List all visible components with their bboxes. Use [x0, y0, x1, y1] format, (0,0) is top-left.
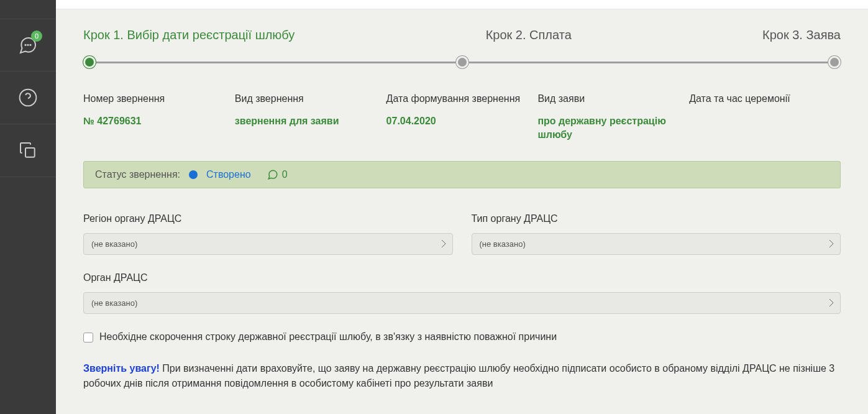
svg-point-1	[27, 44, 28, 45]
application-type-label: Вид заяви	[537, 93, 677, 104]
organ-select[interactable]: (не вказано)	[83, 292, 841, 314]
top-bar	[56, 0, 868, 9]
request-date-label: Дата формування звернення	[386, 93, 526, 104]
sidebar-help[interactable]	[0, 71, 56, 124]
info-row: Номер звернення № 42769631 Вид звернення…	[83, 93, 841, 142]
organ-label: Орган ДРАЦС	[83, 272, 841, 283]
main-content: Крок 1. Вибір дати реєстрації шлюбу Крок…	[56, 0, 868, 414]
request-number-label: Номер звернення	[83, 93, 222, 104]
svg-point-3	[20, 90, 37, 106]
sidebar-docs[interactable]	[0, 124, 56, 177]
notice-text: Зверніть увагу! При визначенні дати врах…	[83, 361, 841, 391]
step-1-label: Крок 1. Вибір дати реєстрації шлюбу	[83, 28, 295, 42]
step-1-dot[interactable]	[83, 56, 96, 68]
stepper: Крок 1. Вибір дати реєстрації шлюбу Крок…	[83, 28, 841, 68]
status-label: Статус звернення:	[95, 169, 180, 180]
organ-select-value: (не вказано)	[91, 298, 137, 308]
region-label: Регіон органу ДРАЦС	[83, 213, 453, 224]
request-date-value: 07.04.2020	[386, 114, 526, 128]
organ-type-select-value: (не вказано)	[480, 239, 526, 249]
sidebar-chat[interactable]: 0	[0, 19, 56, 71]
svg-point-2	[30, 44, 30, 45]
shorten-term-checkbox[interactable]	[83, 333, 93, 343]
status-bar: Статус звернення: Створено 0	[83, 161, 841, 188]
status-dot-icon	[189, 170, 198, 179]
step-2-dot[interactable]	[456, 56, 468, 68]
request-type-label: Вид звернення	[235, 93, 374, 104]
copy-icon	[18, 140, 38, 160]
notice-strong: Зверніть увагу!	[83, 363, 160, 374]
request-type-value: звернення для заяви	[235, 114, 374, 128]
comment-icon	[267, 169, 278, 180]
step-3-dot[interactable]	[828, 56, 841, 68]
notice-body: При визначенні дати враховуйте, що заяву…	[83, 363, 834, 389]
comments-count: 0	[282, 169, 288, 180]
region-select[interactable]: (не вказано)	[83, 233, 453, 255]
chat-badge: 0	[31, 30, 42, 42]
organ-type-label: Тип органу ДРАЦС	[472, 213, 841, 224]
comments-button[interactable]: 0	[267, 169, 288, 180]
organ-type-select[interactable]: (не вказано)	[472, 233, 841, 255]
status-text: Створено	[206, 169, 251, 180]
request-number-value: № 42769631	[83, 114, 222, 128]
region-select-value: (не вказано)	[91, 239, 137, 249]
svg-rect-5	[25, 148, 35, 157]
svg-point-0	[25, 44, 25, 45]
shorten-term-label: Необхідне скорочення строку державної ре…	[99, 331, 557, 343]
step-2-label: Крок 2. Сплата	[486, 28, 572, 42]
step-3-label: Крок 3. Заява	[762, 28, 841, 42]
sidebar: 0	[0, 0, 56, 414]
help-icon	[18, 88, 38, 108]
ceremony-datetime-label: Дата та час церемонії	[689, 93, 828, 104]
application-type-value: про державну реєстрацію шлюбу	[537, 114, 677, 142]
